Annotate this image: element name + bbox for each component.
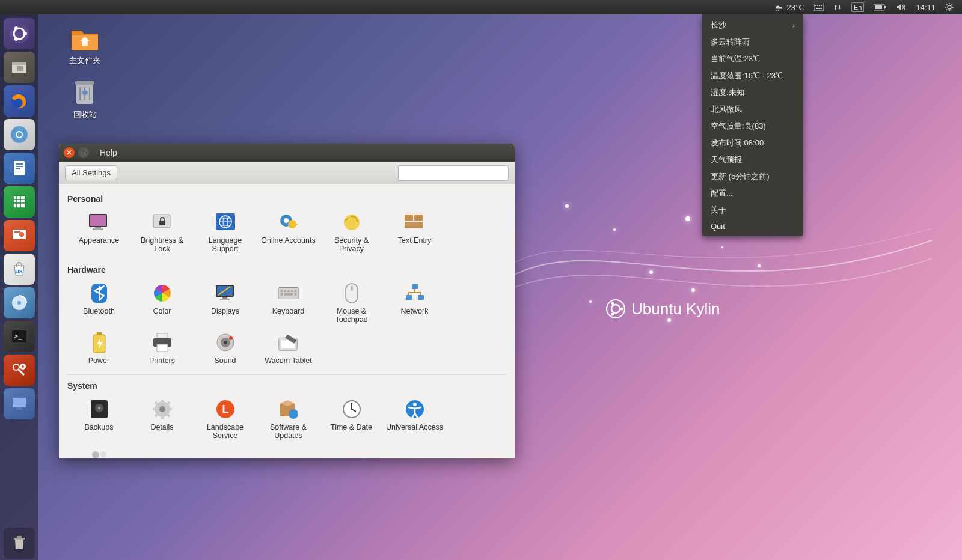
svg-rect-77 (290, 290, 293, 292)
weather-air-item[interactable]: 空气质量:良(83) (702, 118, 803, 135)
weather-humidity-item[interactable]: 湿度:未知 (702, 84, 803, 101)
svg-point-100 (98, 407, 100, 409)
launcher-chromium[interactable] (4, 119, 35, 150)
tile-color[interactable]: Color (130, 279, 194, 326)
svg-rect-88 (97, 332, 102, 335)
window-titlebar[interactable]: ✕ – Help (59, 144, 515, 162)
weather-indicator[interactable]: 23℃ (769, 0, 809, 14)
tile-displays[interactable]: Displays (194, 279, 257, 326)
clock-indicator[interactable]: 14:11 (911, 0, 940, 14)
window-minimize-button[interactable]: – (78, 147, 89, 158)
weather-about-item[interactable]: 关于 (702, 202, 803, 219)
tile-keyboard[interactable]: Keyboard (257, 279, 320, 326)
tile-mouse-touchpad[interactable]: Mouse & Touchpad (320, 279, 383, 326)
svg-point-110 (92, 451, 99, 458)
launcher: UK >_ (0, 14, 38, 560)
svg-point-48 (611, 302, 614, 305)
text-entry-icon (403, 211, 426, 234)
tile-online-accounts[interactable]: Online Accounts (257, 208, 320, 255)
all-settings-button[interactable]: All Settings (65, 165, 117, 180)
svg-point-94 (224, 341, 227, 344)
weather-wind-item[interactable]: 北风微风 (702, 101, 803, 118)
tile-sound[interactable]: Sound (194, 329, 257, 367)
launcher-impress[interactable] (4, 220, 35, 251)
tile-software-updates[interactable]: Software & Updates (257, 395, 320, 442)
launcher-terminal[interactable]: >_ (4, 321, 35, 352)
svg-rect-28 (14, 231, 20, 233)
section-system-grid: Backups Details LLandscape Service Softw… (67, 395, 506, 458)
key-globe-icon (277, 211, 300, 234)
tile-security-privacy[interactable]: Security & Privacy (320, 208, 383, 255)
svg-rect-89 (157, 333, 168, 338)
tile-time-date[interactable]: Time & Date (320, 395, 383, 442)
tile-appearance[interactable]: Appearance (67, 208, 130, 255)
weather-forecast-item[interactable]: 天气预报 (702, 151, 803, 168)
settings-content: Personal Appearance Brightness & Lock La… (59, 184, 515, 458)
svg-rect-79 (280, 293, 283, 296)
tile-printers[interactable]: Printers (130, 329, 194, 367)
clock-icon (340, 398, 363, 421)
tile-wacom[interactable]: Wacom Tablet (257, 329, 320, 367)
tile-details[interactable]: Details (130, 395, 194, 442)
speaker-icon (214, 331, 237, 354)
launcher-writer[interactable] (4, 153, 35, 184)
section-personal-grid: Appearance Brightness & Lock Language Su… (67, 208, 506, 255)
landscape-service-icon: L (214, 398, 237, 421)
section-hardware-title: Hardware (67, 265, 506, 275)
keyboard-indicator[interactable] (809, 0, 829, 14)
weather-quit-item[interactable]: Quit (702, 219, 803, 234)
launcher-trash[interactable] (4, 528, 35, 559)
section-system-title: System (67, 381, 506, 391)
monitor-icon (8, 393, 30, 415)
weather-publish-item[interactable]: 发布时间:08:00 (702, 135, 803, 151)
tile-language[interactable]: Language Support (194, 208, 257, 255)
gear-icon (945, 3, 954, 11)
weather-config-item[interactable]: 配置... (702, 185, 803, 202)
tile-backups[interactable]: Backups (67, 395, 130, 442)
tile-text-entry[interactable]: Text Entry (383, 208, 446, 255)
network-indicator[interactable] (829, 0, 847, 14)
sound-indicator[interactable] (892, 0, 911, 14)
keyboard-hw-icon (277, 282, 300, 305)
desktop-trash[interactable]: 回收站 (58, 77, 112, 120)
tile-universal-access[interactable]: Universal Access (383, 395, 446, 442)
chromium-icon (8, 124, 30, 145)
launcher-software-center[interactable]: UK (4, 254, 35, 285)
battery-indicator[interactable] (869, 0, 892, 14)
weather-range-item[interactable]: 温度范围:16℃ - 23℃ (702, 67, 803, 84)
svg-point-9 (948, 5, 951, 9)
launcher-calc[interactable] (4, 186, 35, 218)
session-indicator[interactable] (940, 0, 958, 14)
tile-power[interactable]: Power (67, 329, 130, 367)
launcher-firefox[interactable] (4, 85, 35, 117)
weather-city-item[interactable]: 长沙› (702, 17, 803, 34)
tile-bluetooth[interactable]: Bluetooth (67, 279, 130, 326)
svg-rect-8 (875, 5, 882, 9)
tile-brightness-lock[interactable]: Brightness & Lock (130, 208, 194, 255)
settings-search[interactable] (398, 165, 509, 181)
weather-update-item[interactable]: 更新 (5分钟之前) (702, 168, 803, 185)
launcher-files[interactable] (4, 52, 35, 83)
svg-rect-38 (13, 398, 26, 407)
input-method-indicator[interactable]: En (847, 0, 869, 14)
svg-point-21 (17, 132, 22, 137)
weather-condition-item[interactable]: 多云转阵雨 (702, 34, 803, 50)
launcher-dash[interactable] (4, 18, 35, 49)
svg-rect-71 (222, 297, 227, 299)
cloud-rain-icon (774, 3, 785, 11)
launcher-settings[interactable] (4, 355, 35, 386)
svg-point-102 (159, 406, 165, 412)
search-input[interactable] (406, 168, 507, 177)
launcher-monitor[interactable] (4, 388, 35, 419)
window-close-button[interactable]: ✕ (64, 147, 75, 158)
tile-user-accounts[interactable]: User Accounts (67, 445, 130, 458)
launcher-disk[interactable] (4, 287, 35, 318)
desktop-trash-label: 回收站 (58, 109, 112, 120)
weather-current-item[interactable]: 当前气温:23℃ (702, 50, 803, 67)
firefox-icon (8, 90, 30, 112)
tile-network[interactable]: Network (383, 279, 446, 326)
svg-rect-67 (405, 222, 423, 228)
tile-landscape[interactable]: LLandscape Service (194, 395, 257, 442)
svg-rect-16 (12, 62, 26, 65)
desktop-home-folder[interactable]: 主文件夹 (58, 23, 112, 66)
